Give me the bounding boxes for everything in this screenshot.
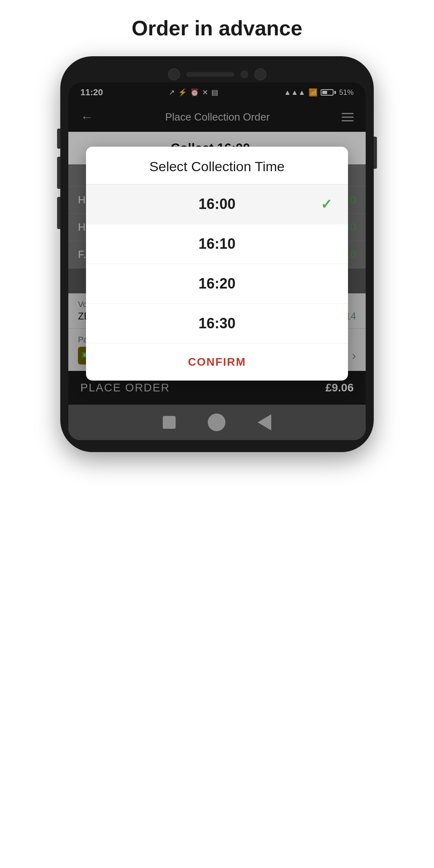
time-option-1620[interactable]: 16:20 [86,264,348,304]
speaker [186,72,234,77]
modal-title: Select Collection Time [86,147,348,184]
time-value-1630: 16:30 [199,315,235,332]
time-option-1610[interactable]: 16:10 [86,224,348,264]
checkmark-icon-1600: ✓ [321,196,332,212]
modal-overlay: Select Collection Time 16:00 ✓ 16:10 16:… [68,82,366,440]
time-value-1620: 16:20 [199,275,235,292]
time-option-1600[interactable]: 16:00 ✓ [86,184,348,224]
phone-frame: 11:20 ↗ ⚡ ⏰ ✕ ▤ ▲▲▲ 📶 51% [60,56,374,452]
time-option-1630[interactable]: 16:30 [86,304,348,344]
confirm-button[interactable]: CONFIRM [86,344,348,381]
time-value-1600: 16:00 [199,196,235,213]
phone-screen: 11:20 ↗ ⚡ ⏰ ✕ ▤ ▲▲▲ 📶 51% [68,82,366,440]
camera-area [68,68,366,80]
camera-lens-right [254,68,266,80]
select-collection-time-modal: Select Collection Time 16:00 ✓ 16:10 16:… [86,147,348,381]
sensor [240,70,248,78]
camera-lens-left [168,68,180,80]
page-title: Order in advance [132,16,303,40]
time-value-1610: 16:10 [199,235,235,252]
